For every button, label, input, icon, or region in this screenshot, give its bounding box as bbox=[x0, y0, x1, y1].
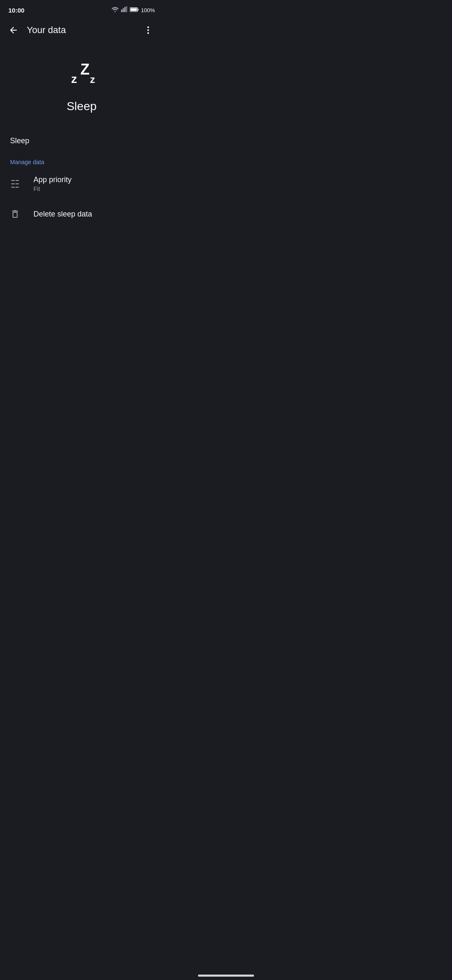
wifi-icon bbox=[111, 6, 119, 14]
svg-point-0 bbox=[114, 11, 116, 13]
more-menu-button[interactable] bbox=[138, 20, 158, 40]
app-priority-item[interactable]: App priority Fit bbox=[0, 169, 163, 199]
signal-icon bbox=[121, 6, 128, 14]
delete-sleep-content: Delete sleep data bbox=[33, 210, 92, 219]
status-bar: 10:00 100% bbox=[0, 0, 163, 18]
svg-rect-2 bbox=[123, 8, 124, 12]
delete-sleep-icon bbox=[10, 209, 20, 219]
app-priority-icon bbox=[10, 179, 20, 189]
app-bar: Your data bbox=[0, 18, 163, 42]
svg-text:z: z bbox=[71, 72, 77, 85]
app-priority-title: App priority bbox=[33, 175, 72, 184]
svg-rect-3 bbox=[124, 7, 126, 12]
app-priority-subtitle: Fit bbox=[33, 186, 72, 192]
sleep-zzz-icon: z Z z bbox=[63, 59, 100, 91]
svg-text:z: z bbox=[90, 74, 95, 85]
svg-point-8 bbox=[147, 29, 149, 31]
svg-point-9 bbox=[147, 32, 149, 34]
status-icons: 100% bbox=[111, 6, 155, 14]
svg-rect-6 bbox=[130, 8, 137, 11]
svg-rect-4 bbox=[126, 6, 127, 12]
hero-section: z Z z Sleep bbox=[0, 42, 163, 130]
delete-sleep-title: Delete sleep data bbox=[33, 210, 92, 219]
hero-title: Sleep bbox=[67, 100, 97, 113]
svg-rect-1 bbox=[121, 10, 122, 12]
svg-point-7 bbox=[147, 26, 149, 28]
status-time: 10:00 bbox=[8, 7, 24, 14]
manage-data-section: Manage data App priority Fit Delete slee… bbox=[0, 149, 163, 232]
static-section-title: Sleep bbox=[10, 137, 29, 145]
app-bar-left: Your data bbox=[3, 20, 66, 40]
page-title: Your data bbox=[27, 25, 66, 36]
svg-text:Z: Z bbox=[80, 61, 89, 78]
delete-sleep-item[interactable]: Delete sleep data bbox=[0, 199, 163, 229]
battery-icon bbox=[130, 6, 139, 14]
app-priority-content: App priority Fit bbox=[33, 175, 72, 192]
back-button[interactable] bbox=[3, 20, 23, 40]
battery-percent: 100% bbox=[141, 7, 155, 13]
static-section: Sleep bbox=[0, 130, 163, 149]
manage-data-label: Manage data bbox=[0, 152, 163, 169]
